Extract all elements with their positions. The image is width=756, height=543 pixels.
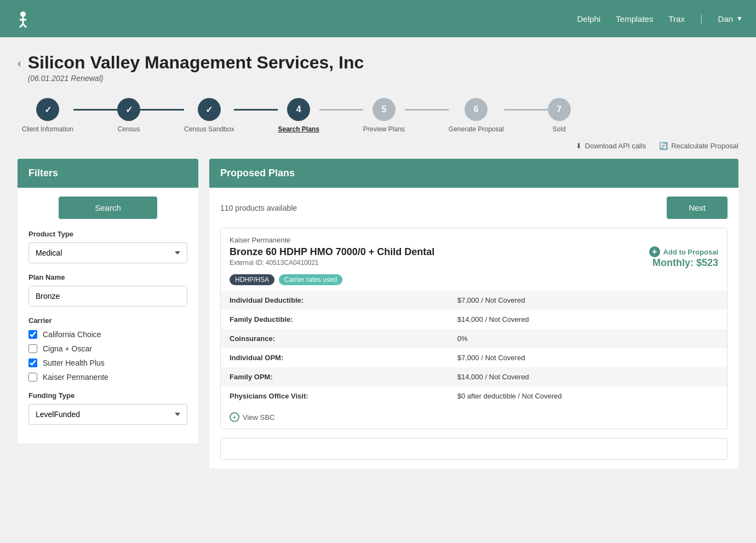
carrier-name-sutter-health: Sutter Health Plus: [43, 359, 105, 367]
logo: [13, 9, 33, 28]
product-type-label: Product Type: [28, 230, 187, 238]
monthly-label: Monthly:: [652, 257, 696, 268]
step-census[interactable]: ✓ Census: [117, 98, 140, 133]
connector-1-2: [73, 109, 117, 111]
plans-body: 110 products available Next Kaiser Perma…: [209, 188, 738, 469]
detail-value-coinsurance: 0%: [449, 329, 727, 348]
step-circle-4: 4: [287, 98, 310, 121]
add-icon: +: [649, 246, 660, 257]
carrier-checkbox-cigna-oscar[interactable]: [28, 344, 37, 353]
step-circle-2: ✓: [117, 98, 140, 121]
nav-delphi[interactable]: Delphi: [577, 14, 601, 24]
plan-tags-1: HDHP/HSA Carrier rates used: [230, 274, 718, 285]
carrier-name-california-choice: California Choice: [43, 330, 101, 339]
plan-name-label: Plan Name: [28, 273, 187, 281]
tag-carrier-rates: Carrier rates used: [279, 274, 342, 285]
detail-value-family-deductible: $14,000 / Not Covered: [449, 310, 727, 329]
filters-header: Filters: [18, 159, 198, 188]
step-circle-5: 5: [373, 98, 396, 121]
sbc-icon: +: [230, 412, 239, 422]
carrier-checkbox-california-choice[interactable]: [28, 330, 37, 339]
plans-title: Proposed Plans: [220, 167, 295, 178]
step-circle-6: 6: [465, 98, 488, 121]
progress-steps: ✓ Client Information ✓ Census ✓ Census S…: [22, 98, 738, 133]
step-client-information[interactable]: ✓ Client Information: [22, 98, 73, 133]
filters-panel: Filters Search Product Type Medical Plan…: [18, 159, 198, 443]
product-type-select[interactable]: Medical: [28, 242, 187, 263]
step-generate-proposal[interactable]: 6 Generate Proposal: [449, 98, 504, 133]
filters-title: Filters: [28, 167, 58, 178]
nav-links: Delphi Templates Trax | Dan ▼: [577, 13, 743, 25]
connector-2-3: [140, 109, 184, 111]
svg-point-0: [20, 11, 26, 17]
tag-hdhp-hsa: HDHP/HSA: [230, 274, 274, 285]
step-label-1: Client Information: [22, 125, 73, 133]
nav-trax[interactable]: Trax: [668, 14, 684, 24]
two-col-layout: Filters Search Product Type Medical Plan…: [18, 159, 738, 469]
plan-carrier-1: Kaiser Permanente: [230, 236, 718, 244]
funding-type-select[interactable]: LevelFunded: [28, 404, 187, 425]
page-header: ‹ Silicon Valley Management Services, In…: [18, 53, 738, 83]
plan-external-id-1: External ID: 40513CA0410021: [230, 259, 434, 267]
recalculate-label: Recalculate Proposal: [671, 142, 738, 150]
step-preview-plans[interactable]: 5 Preview Plans: [363, 98, 405, 133]
plan-name-1: Bronze 60 HDHP HMO 7000/0 + Child Dental: [230, 246, 434, 258]
page-title-block: Silicon Valley Management Services, Inc …: [28, 53, 364, 83]
plan-add-section-1: + Add to Proposal Monthly: $523: [649, 246, 718, 269]
connector-4-5: [319, 109, 363, 111]
carrier-field: Carrier California Choice Cigna + Oscar: [28, 316, 187, 382]
plan-card-2: [220, 438, 728, 460]
detail-label-family-opm: Family OPM:: [221, 367, 449, 386]
step-circle-7: 7: [548, 98, 571, 121]
step-label-4: Search Plans: [278, 125, 319, 133]
connector-6-7: [504, 109, 548, 111]
carrier-item-sutter-health: Sutter Health Plus: [28, 359, 187, 367]
page-subtitle: (06.01.2021 Renewal): [28, 74, 364, 83]
filters-body: Search Product Type Medical Plan Name Ca…: [18, 188, 198, 443]
carrier-checkbox-kaiser[interactable]: [28, 373, 37, 382]
add-to-proposal-button[interactable]: + Add to Proposal: [649, 246, 718, 257]
table-row: Individual Deductible: $7,000 / Not Cove…: [221, 291, 727, 310]
download-icon: ⬇: [576, 142, 582, 150]
detail-value-individual-deductible: $7,000 / Not Covered: [449, 291, 727, 310]
step-sold[interactable]: 7 Sold: [548, 98, 571, 133]
download-api-calls-link[interactable]: ⬇ Download API calls: [576, 142, 646, 150]
detail-label-physicians-visit: Physicians Office Visit:: [221, 386, 449, 406]
main-content: ‹ Silicon Valley Management Services, In…: [0, 37, 756, 484]
plan-monthly-1: Monthly: $523: [649, 257, 718, 269]
search-button[interactable]: Search: [59, 197, 157, 219]
page-title: Silicon Valley Management Services, Inc: [28, 53, 364, 73]
carrier-name-cigna-oscar: Cigna + Oscar: [43, 344, 92, 353]
next-button[interactable]: Next: [667, 197, 728, 219]
plans-header: Proposed Plans: [209, 159, 738, 188]
plan-name-input[interactable]: [28, 286, 187, 307]
detail-label-individual-opm: Individual OPM:: [221, 348, 449, 367]
nav-templates[interactable]: Templates: [616, 14, 653, 24]
view-sbc-button[interactable]: + View SBC: [221, 406, 727, 429]
table-row: Individual OPM: $7,000 / Not Covered: [221, 348, 727, 367]
plan-card-header-1: Kaiser Permanente Bronze 60 HDHP HMO 700…: [221, 228, 727, 291]
carrier-item-cigna-oscar: Cigna + Oscar: [28, 344, 187, 353]
add-to-proposal-label: Add to Proposal: [663, 248, 718, 256]
progress-bar: ✓ Client Information ✓ Census ✓ Census S…: [18, 98, 738, 133]
nav-divider: |: [700, 13, 703, 25]
recalculate-proposal-link[interactable]: 🔄 Recalculate Proposal: [659, 142, 738, 150]
recalculate-icon: 🔄: [659, 142, 668, 150]
username: Dan: [718, 14, 734, 24]
table-row: Coinsurance: 0%: [221, 329, 727, 348]
step-search-plans[interactable]: 4 Search Plans: [278, 98, 319, 133]
step-census-sandbox[interactable]: ✓ Census Sandbox: [184, 98, 234, 133]
detail-label-family-deductible: Family Deductible:: [221, 310, 449, 329]
step-label-5: Preview Plans: [363, 125, 405, 133]
table-row: Family Deductible: $14,000 / Not Covered: [221, 310, 727, 329]
detail-value-physicians-visit: $0 after deductible / Not Covered: [449, 386, 727, 406]
plan-name-field: Plan Name: [28, 273, 187, 307]
back-button[interactable]: ‹: [18, 57, 21, 70]
user-menu[interactable]: Dan ▼: [718, 14, 743, 24]
funding-type-field: Funding Type LevelFunded: [28, 391, 187, 425]
plan-name-block: Bronze 60 HDHP HMO 7000/0 + Child Dental…: [230, 246, 434, 267]
carrier-label: Carrier: [28, 316, 187, 325]
step-label-6: Generate Proposal: [449, 125, 504, 133]
carrier-checkbox-sutter-health[interactable]: [28, 359, 37, 367]
table-row: Family OPM: $14,000 / Not Covered: [221, 367, 727, 386]
